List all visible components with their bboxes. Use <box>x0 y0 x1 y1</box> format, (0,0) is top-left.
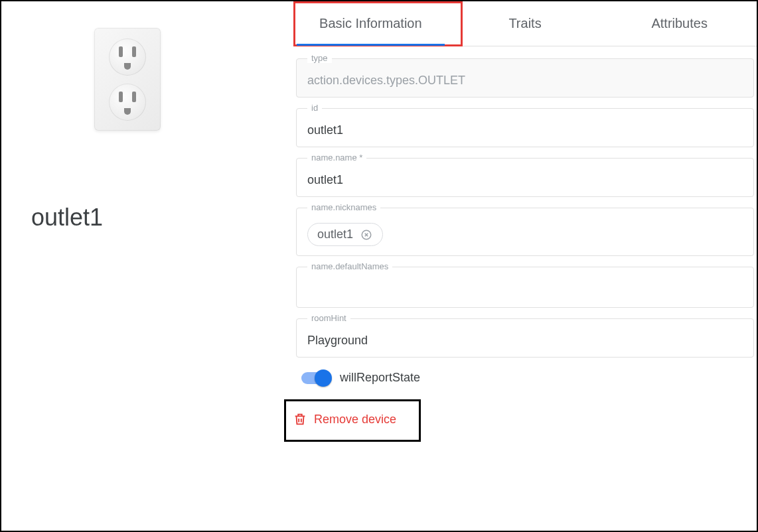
remove-device-highlight: Remove device <box>284 399 421 442</box>
nickname-chip[interactable]: outlet1 <box>307 223 383 246</box>
basic-info-form: type action.devices.types.OUTLET id outl… <box>293 46 757 442</box>
tab-label: Attributes <box>651 16 707 31</box>
id-value: outlet1 <box>307 123 743 137</box>
field-label: name.name * <box>307 153 366 163</box>
field-label: name.defaultNames <box>307 261 392 271</box>
field-label: name.nicknames <box>307 202 380 212</box>
id-field[interactable]: id outlet1 <box>296 108 754 147</box>
remove-device-label: Remove device <box>314 413 396 427</box>
willreportstate-row: willReportState <box>301 371 754 385</box>
toggle-label: willReportState <box>340 371 420 385</box>
name-name-field[interactable]: name.name * outlet1 <box>296 158 754 197</box>
tab-label: Traits <box>508 16 541 31</box>
device-title: outlet1 <box>31 204 267 232</box>
trash-icon <box>293 412 307 427</box>
willreportstate-toggle[interactable] <box>301 372 331 384</box>
type-field: type action.devices.types.OUTLET <box>296 58 754 98</box>
name-defaultnames-field[interactable]: name.defaultNames <box>296 267 754 308</box>
device-summary-panel: outlet1 <box>1 1 293 531</box>
field-label: roomHint <box>307 313 350 323</box>
chip-text: outlet1 <box>317 228 353 241</box>
tab-traits[interactable]: Traits <box>448 1 603 46</box>
field-label: type <box>307 53 332 63</box>
device-config-screen: outlet1 Basic Information Traits Attribu… <box>0 0 758 532</box>
device-detail-panel: Basic Information Traits Attributes type… <box>293 1 757 531</box>
tab-basic-information[interactable]: Basic Information <box>293 1 448 46</box>
outlet-icon <box>94 28 161 131</box>
roomhint-value: Playground <box>307 334 743 348</box>
name-nicknames-field[interactable]: name.nicknames outlet1 <box>296 208 754 256</box>
remove-chip-icon[interactable] <box>360 228 373 241</box>
field-label: id <box>307 103 322 113</box>
roomhint-field[interactable]: roomHint Playground <box>296 318 754 358</box>
type-value: action.devices.types.OUTLET <box>307 74 743 88</box>
tab-bar: Basic Information Traits Attributes <box>293 1 757 46</box>
tab-attributes[interactable]: Attributes <box>602 1 757 46</box>
name-name-value: outlet1 <box>307 173 743 187</box>
tab-label: Basic Information <box>319 16 422 31</box>
remove-device-button[interactable]: Remove device <box>293 412 396 427</box>
